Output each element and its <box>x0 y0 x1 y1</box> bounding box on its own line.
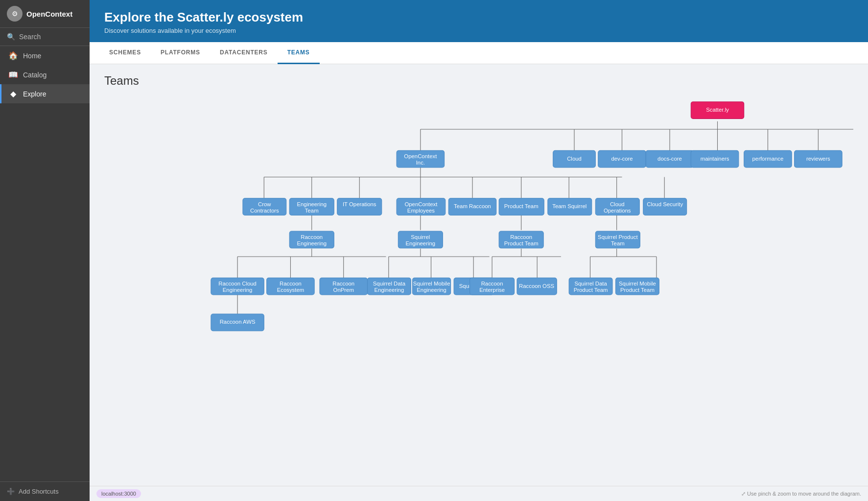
node-cloud[interactable]: Cloud <box>553 150 596 167</box>
svg-text:Squirrel Mobile: Squirrel Mobile <box>619 281 656 286</box>
node-it-operations[interactable]: IT Operations <box>337 198 382 215</box>
add-shortcuts-icon: ➕ <box>7 488 15 495</box>
node-reviewers[interactable]: reviewers <box>795 150 843 167</box>
node-cloud-operations[interactable]: Cloud Operations <box>595 198 639 215</box>
header-title: Explore the Scatter.ly ecosystem <box>104 10 853 25</box>
svg-text:OpenContext: OpenContext <box>404 201 438 207</box>
svg-text:Engineering: Engineering <box>223 287 253 293</box>
catalog-icon: 📖 <box>8 70 18 79</box>
node-opencontext-employees[interactable]: OpenContext Employees <box>397 198 446 215</box>
svg-text:OnPrem: OnPrem <box>333 287 354 293</box>
node-squirrel-data-product-team[interactable]: Squirrel Data Product Team <box>569 278 612 295</box>
node-squirrel-product-team[interactable]: Squirrel Product Team <box>595 231 640 248</box>
svg-text:Engineering: Engineering <box>417 287 446 293</box>
tab-schemes[interactable]: SCHEMES <box>99 42 151 64</box>
svg-text:reviewers: reviewers <box>806 156 830 162</box>
sidebar-item-catalog[interactable]: 📖 Catalog <box>0 65 90 84</box>
node-team-squirrel[interactable]: Team Squirrel <box>548 198 592 215</box>
svg-text:Engineering: Engineering <box>406 240 436 246</box>
node-maintainers[interactable]: maintainers <box>691 150 739 167</box>
content-area: Teams <box>90 64 868 501</box>
node-raccoon-onprem[interactable]: Raccoon OnPrem <box>320 278 368 295</box>
node-docs-core[interactable]: docs-core <box>646 150 694 167</box>
node-engineering-team[interactable]: Engineering Team <box>289 198 334 215</box>
svg-text:Raccoon: Raccoon <box>332 281 354 286</box>
node-cloud-security[interactable]: Cloud Security <box>643 198 687 215</box>
zoom-hint-text: Use pinch & zoom to move around the diag… <box>747 491 861 497</box>
svg-text:IT Operations: IT Operations <box>343 201 376 207</box>
svg-text:Team: Team <box>611 240 625 246</box>
node-performance[interactable]: performance <box>744 150 792 167</box>
svg-text:Squirrel: Squirrel <box>411 234 430 240</box>
svg-text:Product Team: Product Team <box>620 287 655 293</box>
svg-text:Raccoon Cloud: Raccoon Cloud <box>218 281 257 286</box>
svg-text:performance: performance <box>752 156 784 162</box>
search-label: Search <box>19 33 41 41</box>
localhost-badge: localhost:3000 <box>96 489 141 498</box>
tab-teams[interactable]: TEAMS <box>278 42 320 64</box>
sidebar-item-explore[interactable]: ◆ Explore <box>0 84 90 103</box>
svg-text:Product Team: Product Team <box>504 203 539 209</box>
svg-text:Ecosystem: Ecosystem <box>277 287 305 293</box>
node-raccoon-cloud-engineering[interactable]: Raccoon Cloud Engineering <box>211 278 264 295</box>
node-product-team[interactable]: Product Team <box>499 198 544 215</box>
node-squirrel-mobile-product-team[interactable]: Squirrel Mobile Product Team <box>616 278 659 295</box>
home-label: Home <box>23 52 41 60</box>
svg-text:Cloud Security: Cloud Security <box>647 201 683 207</box>
main-content: Explore the Scatter.ly ecosystem Discove… <box>90 0 868 501</box>
node-dev-core[interactable]: dev-core <box>598 150 646 167</box>
svg-text:Raccoon OSS: Raccoon OSS <box>519 283 554 289</box>
sidebar-item-home[interactable]: 🏠 Home <box>0 46 90 65</box>
explore-icon: ◆ <box>8 89 18 98</box>
search-button[interactable]: 🔍 Search <box>0 28 90 46</box>
tab-platforms[interactable]: PLATFORMS <box>151 42 210 64</box>
node-squirrel-engineering[interactable]: Squirrel Engineering <box>398 231 443 248</box>
svg-text:Raccoon: Raccoon <box>481 281 503 286</box>
add-shortcuts-button[interactable]: ➕ Add Shortcuts <box>0 481 90 501</box>
svg-text:Engineering: Engineering <box>297 201 327 207</box>
node-raccoon-ecosystem[interactable]: Raccoon Ecosystem <box>267 278 315 295</box>
svg-text:Employees: Employees <box>407 208 435 214</box>
svg-text:Engineering: Engineering <box>297 240 327 246</box>
svg-text:maintainers: maintainers <box>701 156 729 162</box>
svg-text:Team Squirrel: Team Squirrel <box>552 203 586 209</box>
org-tree-diagram[interactable]: Scatter.ly OpenContext Inc. Cloud dev-co… <box>104 97 853 352</box>
sidebar: ⚙ OpenContext 🔍 Search 🏠 Home 📖 Catalog … <box>0 0 90 501</box>
svg-text:Raccoon: Raccoon <box>280 281 302 286</box>
svg-text:dev-core: dev-core <box>611 156 633 162</box>
svg-text:Engineering: Engineering <box>375 287 404 293</box>
sidebar-logo[interactable]: ⚙ OpenContext <box>0 0 90 28</box>
node-raccoon-oss[interactable]: Raccoon OSS <box>517 278 557 295</box>
svg-text:Squirrel Product: Squirrel Product <box>598 234 638 240</box>
logo-icon: ⚙ <box>7 6 23 22</box>
svg-text:Product Team: Product Team <box>574 287 608 293</box>
svg-text:Raccoon: Raccoon <box>301 234 323 240</box>
svg-text:Squirrel Data: Squirrel Data <box>373 281 406 286</box>
tab-datacenters[interactable]: DATACENTERS <box>210 42 278 64</box>
zoom-icon: ⤢ <box>741 491 746 497</box>
svg-text:Operations: Operations <box>604 208 631 214</box>
zoom-hint: ⤢ Use pinch & zoom to move around the di… <box>741 491 861 497</box>
logo-text: OpenContext <box>26 10 72 18</box>
page-title: Teams <box>104 74 853 88</box>
svg-text:Scatter.ly: Scatter.ly <box>706 107 729 113</box>
svg-text:Team: Team <box>305 208 319 214</box>
node-raccoon-aws[interactable]: Raccoon AWS <box>211 314 264 331</box>
node-raccoon-enterprise[interactable]: Raccoon Enterprise <box>470 278 515 295</box>
node-scatter-ly[interactable]: Scatter.ly <box>691 102 744 119</box>
node-raccoon-product-team[interactable]: Raccoon Product Team <box>499 231 543 248</box>
search-icon: 🔍 <box>7 33 15 41</box>
node-crow-contractors[interactable]: Crow Contractors <box>243 198 286 215</box>
node-squirrel-mobile-engineering[interactable]: Squirrel Mobile Engineering <box>413 278 451 295</box>
svg-text:Inc.: Inc. <box>416 160 425 166</box>
node-team-raccoon[interactable]: Team Raccoon <box>448 198 496 215</box>
svg-text:Enterprise: Enterprise <box>479 287 505 293</box>
node-opencontext-inc[interactable]: OpenContext Inc. <box>397 150 445 167</box>
svg-text:docs-core: docs-core <box>657 156 682 162</box>
svg-text:Raccoon: Raccoon <box>510 234 532 240</box>
node-squirrel-data-engineering[interactable]: Squirrel Data Engineering <box>368 278 411 295</box>
explore-label: Explore <box>23 90 46 98</box>
svg-text:Product Team: Product Team <box>504 240 539 246</box>
node-raccoon-engineering[interactable]: Raccoon Engineering <box>289 231 334 248</box>
tab-bar: SCHEMES PLATFORMS DATACENTERS TEAMS <box>90 42 868 64</box>
